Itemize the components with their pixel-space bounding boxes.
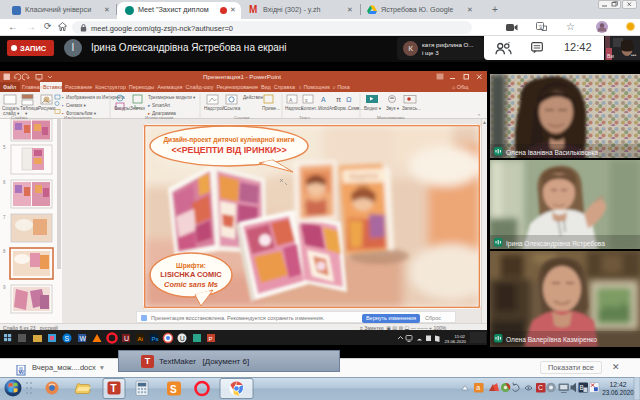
svg-text:Ps: Ps: [152, 336, 159, 342]
svg-text:А: А: [321, 96, 326, 103]
svg-text:Олена Валеріївна Казміренко: Олена Валеріївна Казміренко: [506, 336, 597, 344]
svg-text:5: 5: [3, 145, 6, 150]
svg-text:WordArt: WordArt: [318, 106, 335, 111]
svg-text:6: 6: [3, 180, 6, 185]
svg-text:LISICHKA COMIC: LISICHKA COMIC: [160, 270, 222, 279]
svg-text:C: C: [538, 384, 543, 391]
svg-text:Олена Іванівна Васильківська: Олена Іванівна Васильківська: [506, 149, 598, 156]
svg-text:9: 9: [3, 285, 6, 290]
svg-text:T: T: [110, 382, 117, 394]
svg-text:12:42: 12:42: [609, 381, 626, 388]
svg-text:11:02: 11:02: [455, 334, 466, 339]
svg-text:Фигуры: Фигуры: [114, 106, 130, 111]
svg-text:Ви: Ви: [607, 53, 614, 59]
svg-text:▪: ▪: [62, 95, 64, 100]
svg-text:Трехмерные модели ▾: Трехмерные модели ▾: [148, 95, 196, 100]
svg-text:P: P: [209, 336, 213, 342]
svg-text:Изображения из Интернета: Изображения из Интернета: [66, 95, 125, 100]
svg-text:Рисунки: Рисунки: [38, 106, 56, 111]
svg-text:Звук ▾: Звук ▾: [386, 106, 400, 111]
svg-text:Видео ▾: Видео ▾: [364, 106, 382, 111]
svg-text:a: a: [476, 384, 480, 391]
svg-text:23.06.2020: 23.06.2020: [602, 389, 634, 396]
svg-text:В: В: [579, 384, 583, 391]
svg-text:Ірина Олександрівна Ястребова: Ірина Олександрівна Ястребова: [506, 240, 605, 248]
svg-text:U: U: [124, 335, 129, 342]
svg-text:SmartArt: SmartArt: [152, 103, 171, 108]
svg-text:▪: ▪: [62, 103, 64, 108]
svg-text:Колонт...: Колонт...: [301, 106, 319, 111]
svg-text:<<РЕЦЕПТИ ВІД ІРИНКИ>>: <<РЕЦЕПТИ ВІД ІРИНКИ>>: [171, 145, 286, 155]
svg-text:W: W: [19, 369, 25, 375]
svg-text:Ai: Ai: [138, 336, 143, 342]
svg-text:Снимок ▾: Снимок ▾: [66, 103, 86, 108]
svg-text:Таблица: Таблица: [20, 106, 38, 111]
svg-text:Comic sans Ms: Comic sans Ms: [164, 280, 218, 289]
svg-text:π: π: [336, 95, 341, 104]
svg-text:23.06.2020: 23.06.2020: [444, 339, 466, 344]
svg-text:Действие: Действие: [243, 94, 264, 100]
svg-text:Ссылка: Ссылка: [224, 106, 241, 111]
svg-text:Запись...: Запись...: [402, 106, 421, 111]
svg-text:8: 8: [3, 249, 6, 254]
svg-text:S: S: [65, 335, 70, 342]
svg-text:文: 文: [538, 24, 544, 30]
svg-text:Значки: Значки: [130, 106, 145, 111]
svg-text:S: S: [170, 384, 177, 395]
svg-text:7: 7: [3, 215, 6, 220]
svg-text:Ω: Ω: [346, 95, 352, 104]
svg-text:W: W: [80, 335, 87, 342]
svg-text:▸: ▸: [148, 103, 151, 108]
svg-text:РЕЦЕПТИ: РЕЦЕПТИ: [349, 173, 378, 180]
svg-text:": ": [508, 42, 510, 47]
svg-text:•••: •••: [631, 52, 637, 58]
svg-text:Симв...: Симв...: [348, 106, 363, 111]
svg-text:≡: ≡: [305, 97, 308, 103]
svg-text:Приме...: Приме...: [262, 106, 280, 111]
svg-text:Шрифти:: Шрифти:: [176, 262, 206, 270]
svg-text:Дизайн-проект дитячої кулінарн: Дизайн-проект дитячої кулінарної книги: [163, 136, 294, 144]
svg-text:U: U: [180, 335, 185, 342]
